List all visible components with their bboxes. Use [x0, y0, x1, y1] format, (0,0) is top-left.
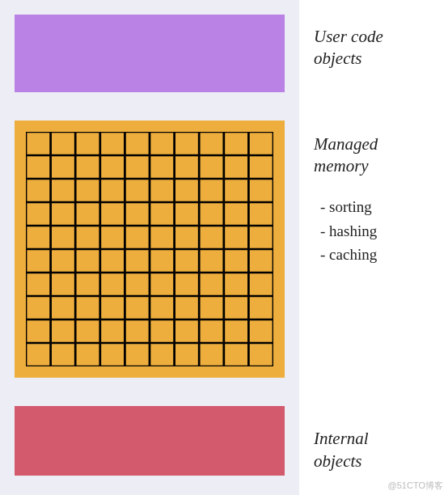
managed-memory-block: [15, 121, 285, 378]
watermark: @51CTO博客: [388, 480, 443, 492]
memory-diagram: User codeobjects Managedmemory - sorting…: [0, 0, 448, 495]
internal-objects-label: Internalobjects: [314, 428, 442, 472]
managed-title: Managedmemory: [314, 134, 378, 176]
list-item: - sorting: [320, 195, 442, 218]
user-code-block: [15, 15, 285, 92]
list-item: - hashing: [320, 219, 442, 243]
user-code-label: User codeobjects: [314, 26, 442, 70]
internal-objects-block: [15, 406, 285, 476]
managed-sublist: - sorting - hashing - caching: [314, 195, 442, 266]
list-item: - caching: [320, 243, 442, 266]
blocks-column: [0, 0, 299, 495]
grid-icon: [26, 132, 273, 366]
managed-memory-label: Managedmemory - sorting - hashing - cach…: [314, 133, 442, 267]
labels-column: User codeobjects Managedmemory - sorting…: [299, 0, 448, 495]
